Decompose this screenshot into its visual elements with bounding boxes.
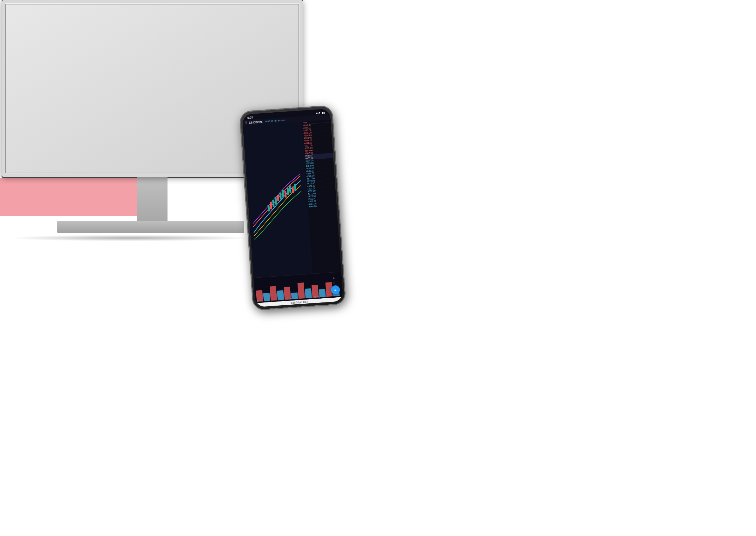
svg-rect-180 [275,196,277,204]
price-2728: 2728.00 [292,83,301,86]
delta-label-1: Order Flow Cumulative Delta(BidAsk,Sessi… [6,124,67,127]
phone-screen: 5:25 ●●● ▮▮ ☰ ES DEC21 4698.50 +14.843.s… [242,109,343,307]
price-2722: 2722.00 [292,99,301,102]
delta-bars [6,158,278,175]
snapshot-button[interactable]: 📷 [95,14,102,18]
svg-text:11:00: 11:00 [257,299,263,302]
svg-rect-153 [185,169,187,174]
minimize-icon[interactable] [287,6,291,10]
separator-1 [35,14,35,19]
price-box-top1: 2747.75 [290,32,301,36]
indicator-label: Order Flow VWAP(Standard,12:00:00,12:00:… [6,21,74,24]
phone-status-icons: ●●● ▮▮ [315,111,325,115]
svg-rect-157 [234,165,235,174]
window-controls [287,6,300,10]
svg-rect-152 [183,166,185,174]
svg-rect-151 [181,168,183,174]
delta-chart-1-svg [5,128,279,151]
price-2734: 2734.00 [292,70,301,72]
delta-line-1 [5,130,279,147]
svg-rect-95 [39,168,41,174]
crosshair-tool[interactable]: ⊕ [89,14,94,18]
close-icon[interactable] [296,6,300,10]
monitor-stand-neck [137,177,168,221]
svg-rect-140 [157,165,158,174]
svg-rect-116 [86,165,87,174]
svg-rect-130 [135,167,136,174]
svg-rect-190 [263,293,270,301]
svg-rect-143 [163,168,165,174]
price-2720: 2720.00 [292,103,301,106]
svg-rect-136 [148,165,149,174]
chart-type[interactable]: 📊 [64,14,71,18]
symbol-picker[interactable]: ES 03-18 ▼ [6,14,26,18]
svg-rect-135 [146,169,147,174]
price-2724: 2724.00 [292,92,301,95]
menu-button[interactable]: ☰ [123,14,129,18]
zoom-out[interactable]: − [78,14,82,18]
svg-rect-139 [154,169,156,174]
zoom-in[interactable]: + [72,14,77,18]
draw-tool[interactable]: ✏ [58,14,63,18]
svg-rect-146 [170,165,172,174]
lock-button[interactable]: 🔒 [27,14,34,18]
svg-rect-111 [75,169,76,174]
phone: 5:25 ●●● ▮▮ ☰ ES DEC21 4698.50 +14.843.s… [246,108,350,248]
svg-rect-117 [88,168,89,174]
price-2732: 2732.00 [292,74,301,77]
svg-rect-108 [68,165,70,175]
svg-rect-125 [106,170,107,174]
power-button [334,144,337,160]
wifi-icon: ●●● [315,111,321,115]
svg-rect-120 [94,165,96,174]
svg-rect-194 [291,293,298,299]
svg-rect-75 [164,141,165,142]
price-2736b-hl: 2736.03 [290,65,301,69]
svg-rect-177 [267,205,270,211]
phone-symbol: ES DEC21 [249,120,263,124]
svg-text:16:00: 16:00 [313,295,320,299]
phone-body: 5:25 ●●● ▮▮ ☰ ES DEC21 4698.50 +14.843.s… [239,105,346,311]
svg-rect-80 [6,165,7,172]
cursor-tool[interactable]: ↕ [83,14,87,18]
svg-rect-150 [179,165,181,174]
svg-rect-137 [150,168,152,174]
svg-rect-72 [69,144,70,145]
timeframe-picker[interactable]: 1 Minute ▼ [37,14,55,18]
svg-rect-122 [99,166,101,174]
svg-rect-178 [270,202,272,210]
price-2736: 2736.00 [292,62,301,65]
battery-icon: ▮▮ [322,111,325,114]
svg-text:4.: 4. [333,277,335,279]
svg-rect-196 [305,288,312,298]
price-box-top3: 2742.42 [290,47,301,51]
symbol-display: ES 03-18 [24,6,39,10]
svg-rect-94 [37,165,38,174]
svg-rect-113 [79,167,81,174]
svg-rect-118 [90,167,92,174]
phone-time: 5:25 [247,116,253,119]
svg-rect-123 [101,168,103,174]
svg-rect-102 [54,165,56,174]
svg-rect-144 [166,167,167,174]
indicators-button[interactable]: 📈 [109,14,115,18]
hamburger-icon[interactable]: ☰ [245,121,248,125]
svg-rect-147 [172,168,174,174]
svg-text:13:30: 13:30 [285,297,292,301]
svg-rect-100 [50,166,52,174]
svg-rect-71 [37,144,38,146]
maximize-icon[interactable] [292,6,295,10]
grid-button[interactable]: ⊞ [103,14,108,18]
svg-rect-179 [272,200,275,207]
phone-chart-dom: Price 4698.00 4697.00 4696.00 4695.00 46… [243,119,341,278]
settings-button[interactable]: ⚙ [117,14,122,18]
svg-rect-126 [126,158,127,174]
svg-rect-149 [177,170,178,174]
svg-rect-155 [229,160,231,174]
home-indicator [288,305,311,307]
chart-tab[interactable]: Chart [7,5,21,11]
svg-rect-77 [227,134,228,136]
price-2744: 2744.00 [292,41,301,44]
monitor-shadow [10,235,251,241]
svg-rect-107 [66,169,67,174]
